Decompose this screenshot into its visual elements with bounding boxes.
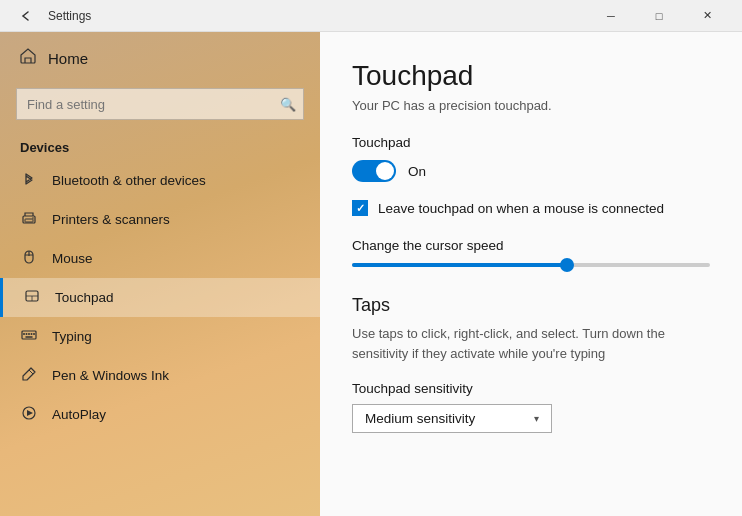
page-subtitle: Your PC has a precision touchpad. bbox=[352, 98, 710, 113]
svg-line-16 bbox=[29, 370, 33, 374]
printers-label: Printers & scanners bbox=[52, 212, 170, 227]
toggle-label: On bbox=[408, 164, 426, 179]
touchpad-label: Touchpad bbox=[55, 290, 114, 305]
page-title: Touchpad bbox=[352, 60, 710, 92]
sensitivity-dropdown[interactable]: Medium sensitivity ▾ bbox=[352, 404, 552, 433]
cursor-speed-slider[interactable] bbox=[352, 263, 710, 267]
slider-fill bbox=[352, 263, 567, 267]
home-icon bbox=[20, 48, 36, 68]
home-label: Home bbox=[48, 50, 88, 67]
sidebar-item-autoplay[interactable]: AutoPlay bbox=[0, 395, 320, 434]
bluetooth-icon bbox=[20, 171, 38, 190]
search-icon: 🔍 bbox=[280, 97, 296, 112]
svg-marker-18 bbox=[27, 410, 33, 416]
titlebar: Settings ─ □ ✕ bbox=[0, 0, 742, 32]
slider-title: Change the cursor speed bbox=[352, 238, 710, 253]
typing-label: Typing bbox=[52, 329, 92, 344]
sidebar-item-printers[interactable]: Printers & scanners bbox=[0, 200, 320, 239]
touchpad-section-label: Touchpad bbox=[352, 135, 710, 150]
section-title: Devices bbox=[0, 132, 320, 161]
search-container: 🔍 bbox=[16, 88, 304, 120]
slider-section: Change the cursor speed bbox=[352, 238, 710, 267]
autoplay-label: AutoPlay bbox=[52, 407, 106, 422]
pen-label: Pen & Windows Ink bbox=[52, 368, 169, 383]
toggle-row: On bbox=[352, 160, 710, 182]
sidebar: Home 🔍 Devices Bluetooth & other devices bbox=[0, 32, 320, 516]
sidebar-item-pen[interactable]: Pen & Windows Ink bbox=[0, 356, 320, 395]
sidebar-item-home[interactable]: Home bbox=[0, 32, 320, 84]
back-button[interactable] bbox=[12, 2, 40, 30]
pen-icon bbox=[20, 366, 38, 385]
sidebar-item-mouse[interactable]: Mouse bbox=[0, 239, 320, 278]
svg-rect-1 bbox=[25, 219, 33, 222]
sidebar-item-touchpad[interactable]: Touchpad bbox=[0, 278, 320, 317]
checkbox-label: Leave touchpad on when a mouse is connec… bbox=[378, 201, 664, 216]
minimize-button[interactable]: ─ bbox=[588, 0, 634, 32]
maximize-button[interactable]: □ bbox=[636, 0, 682, 32]
titlebar-title: Settings bbox=[40, 9, 588, 23]
sidebar-item-bluetooth[interactable]: Bluetooth & other devices bbox=[0, 161, 320, 200]
autoplay-icon bbox=[20, 405, 38, 424]
main-content: Home 🔍 Devices Bluetooth & other devices bbox=[0, 32, 742, 516]
chevron-down-icon: ▾ bbox=[534, 413, 539, 424]
sidebar-item-typing[interactable]: Typing bbox=[0, 317, 320, 356]
printer-icon bbox=[20, 210, 38, 229]
taps-title: Taps bbox=[352, 295, 710, 316]
window-controls: ─ □ ✕ bbox=[588, 0, 730, 32]
keyboard-icon bbox=[20, 327, 38, 346]
search-input[interactable] bbox=[16, 88, 304, 120]
touchpad-icon bbox=[23, 288, 41, 307]
slider-thumb[interactable] bbox=[560, 258, 574, 272]
back-icon bbox=[20, 10, 32, 22]
close-button[interactable]: ✕ bbox=[684, 0, 730, 32]
sensitivity-value: Medium sensitivity bbox=[365, 411, 475, 426]
mouse-label: Mouse bbox=[52, 251, 93, 266]
settings-panel: Touchpad Your PC has a precision touchpa… bbox=[320, 32, 742, 516]
taps-description: Use taps to click, right-click, and sele… bbox=[352, 324, 710, 363]
svg-point-2 bbox=[32, 217, 34, 219]
touchpad-toggle[interactable] bbox=[352, 160, 396, 182]
mouse-connected-checkbox[interactable] bbox=[352, 200, 368, 216]
bluetooth-label: Bluetooth & other devices bbox=[52, 173, 206, 188]
checkbox-row: Leave touchpad on when a mouse is connec… bbox=[352, 200, 710, 216]
mouse-icon bbox=[20, 249, 38, 268]
sensitivity-label: Touchpad sensitivity bbox=[352, 381, 710, 396]
